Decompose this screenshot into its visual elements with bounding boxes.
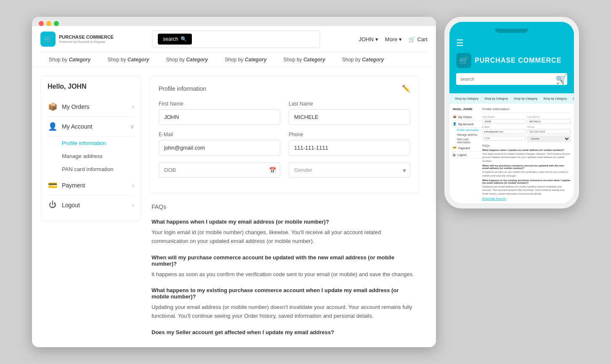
search-button[interactable]: search 🔍 [158, 34, 192, 45]
faq-title: FAQs [151, 203, 417, 210]
faq-answer-1: Your login email id (or mobile number) c… [151, 228, 417, 246]
mobile-orders-label: My Orders [458, 116, 472, 119]
logo-text-area: PURCHASE COMMERCE Powered by Roswell & R… [59, 34, 114, 44]
nav-item-1[interactable]: Shop by Category [40, 53, 99, 67]
mobile-dob-group [482, 136, 526, 142]
nav-item-4[interactable]: Shop by Category [216, 53, 275, 67]
section-header: Profile information ✏️ [159, 84, 410, 92]
mobile-profile-title: Profile information [482, 107, 571, 113]
nav-item-5[interactable]: Shop by Category [275, 53, 334, 67]
user-menu-button[interactable]: JOHN ▾ [359, 36, 378, 42]
faq-answer-2: It happens as soon as you confirm the ve… [151, 270, 417, 279]
mobile-body: Hello, JOHN 📦 My Orders 👤 My Account Pro… [449, 104, 574, 203]
hamburger-icon[interactable]: ☰ [456, 38, 567, 48]
search-bar: search 🔍 [152, 30, 320, 48]
mobile-phone-input[interactable] [527, 129, 571, 134]
header-actions: JOHN ▾ More ▾ 🛒 Cart [359, 36, 428, 42]
mobile-lastname-group: Last Name [527, 116, 571, 124]
mobile-email-input[interactable] [482, 129, 526, 134]
orders-icon: 📦 [48, 102, 58, 111]
browser-dots [39, 21, 429, 26]
mobile-inner: ☰ 🛒 PURCHASE COMMERCE 🔍 🛒 Shop by Catego… [449, 22, 574, 203]
mobile-nav-item-1[interactable]: Shop by Category [453, 96, 481, 101]
mobile-my-orders[interactable]: 📦 My Orders [453, 113, 482, 121]
payment-label: Payment [62, 182, 128, 189]
mobile-nav: Shop by Category Shop by Category Shop b… [449, 93, 574, 104]
cart-button[interactable]: 🛒 Cart [409, 36, 428, 42]
mobile-faq-a2: It happens as soon as you confirm the ve… [482, 170, 571, 177]
email-group: E-Mail [159, 132, 280, 156]
last-name-input[interactable] [289, 109, 410, 125]
mobile-hello: Hello, JOHN [453, 107, 482, 111]
submenu-item-address[interactable]: Manage address [62, 150, 134, 163]
dob-input[interactable] [159, 162, 280, 178]
mobile-sub-profile[interactable]: Profile information [453, 128, 482, 132]
edit-icon[interactable]: ✏️ [402, 84, 410, 92]
sidebar-item-my-orders[interactable]: 📦 My Orders › [48, 97, 134, 117]
mobile-extra-row: Gender [482, 136, 571, 142]
mobile-nav-item-2[interactable]: Shop by Category [482, 96, 510, 101]
mobile-faq-a1: Your login email id (or mobile number) c… [482, 152, 571, 163]
mobile-firstname-group: First Name [482, 116, 526, 124]
phone-group: Phone [289, 132, 410, 156]
nav-item-3[interactable]: Shop by Category [158, 53, 216, 67]
sidebar-item-payment[interactable]: 💳 Payment › [48, 176, 134, 195]
payment-icon: 💳 [48, 181, 58, 190]
mobile-account-icon: 👤 [453, 122, 457, 126]
mobile-faq-q2: When will my purchase commerce account b… [482, 164, 571, 169]
chevron-down-icon-more: ▾ [399, 36, 402, 42]
dot-green [54, 21, 59, 26]
mobile-main: Profile information First Name Last Name [482, 107, 571, 200]
mobile-lastname-label: Last Name [527, 116, 571, 118]
mobile-logout-icon: ⏻ [453, 153, 456, 156]
mobile-logo-box: 🛒 [456, 53, 471, 68]
more-menu-button[interactable]: More ▾ [385, 36, 402, 42]
mobile-dob-input[interactable] [482, 136, 526, 141]
main-content: Hello, JOHN 📦 My Orders › 👤 My Account [32, 67, 436, 347]
sidebar-item-logout[interactable]: ⏻ Logout › [48, 195, 134, 214]
mobile-deactivate-link[interactable]: Deactivate Account [482, 197, 571, 200]
logo-box: 🛒 [40, 32, 56, 47]
mobile-cart-icon[interactable]: 🛒 [556, 74, 567, 85]
mobile-search-input[interactable] [460, 76, 556, 82]
submenu-item-profile[interactable]: Profile information [62, 137, 134, 150]
last-name-group: Last Name [289, 101, 410, 125]
mobile-payment[interactable]: 💳 Payment [453, 145, 482, 152]
mobile-logout-label: Logout [457, 153, 466, 156]
mobile-nav-item-5[interactable]: Shop by Category [571, 96, 574, 101]
mobile-gender-select[interactable]: Gender [527, 136, 571, 142]
mobile-firstname-input[interactable] [482, 119, 526, 124]
gender-select[interactable]: Gender Male Female Other [289, 162, 410, 178]
mobile-phone-label: Phone [527, 126, 571, 128]
nav-item-2[interactable]: Shop by Category [99, 53, 157, 67]
chevron-down-icon: ▾ [375, 36, 378, 42]
mobile-lastname-input[interactable] [527, 119, 571, 124]
faq-question-2: When will my purchase commerce account b… [151, 254, 417, 267]
account-arrow: ∨ [130, 123, 134, 130]
hello-greeting: Hello, JOHN [48, 83, 134, 90]
mobile-my-account[interactable]: 👤 My Account [453, 121, 482, 128]
nav-item-6[interactable]: Shop by Category [334, 53, 392, 67]
gender-group: Gender Male Female Other ▾ [289, 162, 410, 178]
first-name-input[interactable] [159, 109, 280, 125]
sidebar: Hello, JOHN 📦 My Orders › 👤 My Account [40, 76, 141, 222]
mobile-sub-address[interactable]: Manage address [453, 132, 482, 137]
mobile-email-label: E-Mail [482, 126, 526, 128]
account-label: My Account [62, 123, 126, 130]
mobile-nav-item-3[interactable]: Shop by Category [512, 96, 539, 101]
phone-input[interactable] [289, 140, 410, 156]
sidebar-item-my-account[interactable]: 👤 My Account ∨ [48, 117, 134, 137]
mobile-notch [495, 29, 529, 33]
mobile-nav-item-4[interactable]: Shop by Category [541, 96, 569, 101]
faq-answer-3: Updating your email address (or mobile n… [151, 303, 417, 321]
mobile-orders-icon: 📦 [453, 115, 457, 119]
mobile-sub-pan[interactable]: PAN card information [453, 137, 482, 145]
logo-area[interactable]: 🛒 PURCHASE COMMERCE Powered by Roswell &… [40, 32, 114, 47]
submenu-item-pan[interactable]: PAN card information [62, 163, 134, 176]
mobile-search: 🔍 [456, 73, 567, 85]
first-name-label: First Name [159, 101, 280, 107]
email-input[interactable] [159, 140, 280, 156]
mobile-logout[interactable]: ⏻ Logout [453, 152, 482, 158]
logout-icon: ⏻ [48, 200, 58, 209]
mobile-account-label: My Account [458, 123, 473, 126]
